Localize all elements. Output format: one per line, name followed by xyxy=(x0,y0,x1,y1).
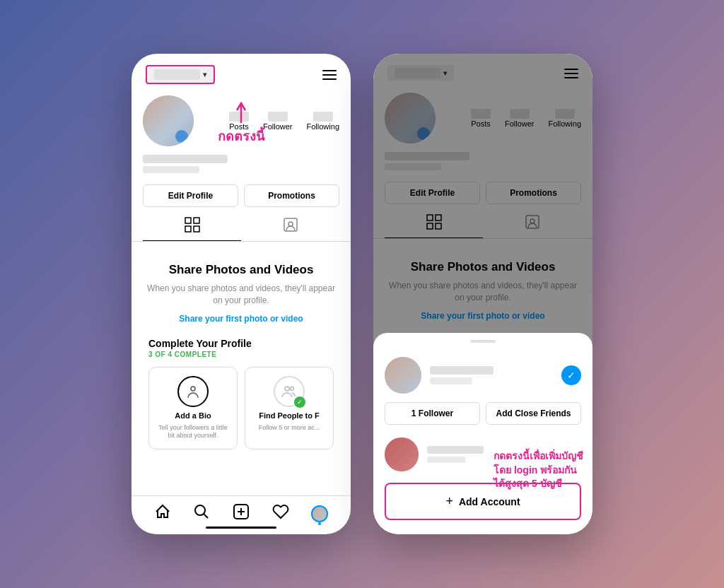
right-avatar xyxy=(385,93,436,143)
hamburger-menu-icon[interactable] xyxy=(322,70,337,80)
right-edit-profile-button[interactable]: Edit Profile xyxy=(385,182,480,204)
share-title: Share Photos and Videos xyxy=(146,263,337,277)
svg-rect-16 xyxy=(436,215,441,220)
svg-rect-3 xyxy=(185,226,191,232)
annotation-text: กดตรงนี้ xyxy=(218,126,264,146)
sheet-action-row: 1 Follower Add Close Friends xyxy=(373,402,592,433)
home-icon[interactable] xyxy=(154,503,171,524)
bio-blur xyxy=(143,166,199,173)
follower-count-button[interactable]: 1 Follower xyxy=(385,402,480,425)
active-account-check-icon: ✓ xyxy=(561,365,581,385)
complete-cards: Add a Bio Tell your followers a little b… xyxy=(148,367,334,449)
hamburger-menu-icon-right[interactable] xyxy=(564,69,578,78)
action-buttons: Edit Profile Promotions xyxy=(132,179,351,213)
chevron-down-icon: ▾ xyxy=(203,71,206,78)
svg-rect-18 xyxy=(436,223,441,229)
tab-grid[interactable] xyxy=(143,213,241,241)
complete-section: Complete Your Profile 3 OF 4 COMPLETE Ad… xyxy=(146,338,337,449)
profile-nav-icon[interactable] xyxy=(311,505,328,522)
edit-profile-button[interactable]: Edit Profile xyxy=(143,184,238,207)
annotation-arrow: กดตรงนี้ xyxy=(218,102,264,146)
right-share-link[interactable]: Share your first photo or video xyxy=(387,311,578,321)
check-icon: ✓ xyxy=(294,396,305,408)
person-tag-icon xyxy=(283,217,298,236)
search-icon[interactable] xyxy=(193,503,210,524)
stat-follower: Follower xyxy=(263,112,293,131)
sheet-avatar-1 xyxy=(385,357,421,394)
right-share-title: Share Photos and Videos xyxy=(387,260,578,274)
right-profile-section: Posts Follower Following xyxy=(373,87,592,152)
right-promotions-button[interactable]: Promotions xyxy=(486,182,581,204)
svg-point-20 xyxy=(530,219,535,223)
add-close-friends-button[interactable]: Add Close Friends xyxy=(486,402,581,425)
sheet-sub-1 xyxy=(430,377,472,384)
sheet-name-2 xyxy=(427,446,484,454)
right-tab-row xyxy=(373,210,592,239)
username-text: username xyxy=(154,69,200,80)
thai-annotation-right: กดตรงนี้เพื่อเพิ่มบัญชี โดย login พร้อมก… xyxy=(494,449,585,491)
right-phone-header: username ▾ xyxy=(373,54,592,87)
right-follower-label: Follower xyxy=(505,119,535,128)
right-grid-icon xyxy=(426,214,442,233)
svg-rect-2 xyxy=(194,218,199,223)
right-posts-label: Posts xyxy=(471,119,491,128)
right-tab-person[interactable] xyxy=(483,210,581,238)
right-bio-blur xyxy=(385,163,441,170)
right-tab-grid[interactable] xyxy=(385,210,483,238)
nav-active-line xyxy=(206,527,276,529)
right-stat-posts: Posts xyxy=(471,109,491,128)
right-stat-following: Following xyxy=(549,109,581,128)
right-stats-row: Posts Follower Following xyxy=(444,109,581,128)
svg-rect-1 xyxy=(185,218,191,223)
sheet-account-row-1[interactable]: ✓ xyxy=(373,351,592,402)
tab-person[interactable] xyxy=(241,213,339,241)
people-icon: ✓ xyxy=(274,376,305,407)
complete-sub: 3 OF 4 COMPLETE xyxy=(148,351,334,358)
right-name-blur xyxy=(385,152,469,160)
bio-icon xyxy=(177,376,209,407)
svg-point-7 xyxy=(191,387,195,391)
username-dropdown-right[interactable]: username ▾ xyxy=(387,65,454,81)
promotions-button[interactable]: Promotions xyxy=(244,184,339,207)
svg-rect-4 xyxy=(194,226,199,232)
heart-icon[interactable] xyxy=(272,503,289,524)
card1-desc: Tell your followers a little bit about y… xyxy=(155,424,231,440)
card2-title: Find People to F xyxy=(259,411,320,420)
right-profile-name-area xyxy=(373,152,592,176)
sheet-handle xyxy=(470,340,496,343)
find-people-card: ✓ Find People to F Follow 5 or more ac..… xyxy=(245,367,334,449)
svg-rect-15 xyxy=(427,215,433,220)
name-blur xyxy=(143,155,228,163)
svg-point-8 xyxy=(285,387,289,391)
left-phone: username ▾ กดตรงนี้ Posts Followe xyxy=(132,54,351,534)
grid-icon xyxy=(185,217,200,236)
complete-title: Complete Your Profile xyxy=(148,338,334,349)
right-action-buttons: Edit Profile Promotions xyxy=(373,176,592,210)
stat-following: Following xyxy=(307,112,339,131)
tab-row xyxy=(132,213,351,242)
svg-point-10 xyxy=(195,505,205,515)
share-desc: When you share photos and videos, they'l… xyxy=(146,283,337,307)
username-dropdown-highlighted[interactable]: username ▾ xyxy=(146,65,215,84)
sheet-account-info-1 xyxy=(430,366,553,384)
chevron-down-icon-right: ▾ xyxy=(443,69,447,77)
left-phone-header: username ▾ xyxy=(132,54,351,90)
active-nav-dot xyxy=(318,522,321,525)
following-label: Following xyxy=(307,122,339,131)
sheet-avatar-2 xyxy=(385,437,419,471)
svg-rect-17 xyxy=(427,223,433,229)
svg-line-11 xyxy=(204,514,209,519)
svg-point-9 xyxy=(291,387,294,390)
bottom-nav xyxy=(132,495,351,534)
right-person-tag-icon xyxy=(525,214,540,233)
main-content: Share Photos and Videos When you share p… xyxy=(132,242,351,495)
right-following-label: Following xyxy=(549,119,581,128)
card1-title: Add a Bio xyxy=(175,411,211,420)
share-link[interactable]: Share your first photo or video xyxy=(146,314,337,324)
profile-name-area xyxy=(132,155,351,179)
right-stat-follower: Follower xyxy=(505,109,535,128)
add-account-text: Add Account xyxy=(459,496,520,507)
username-text-right: username xyxy=(395,68,440,78)
add-post-icon[interactable] xyxy=(233,503,250,524)
sheet-name-1 xyxy=(430,366,494,375)
